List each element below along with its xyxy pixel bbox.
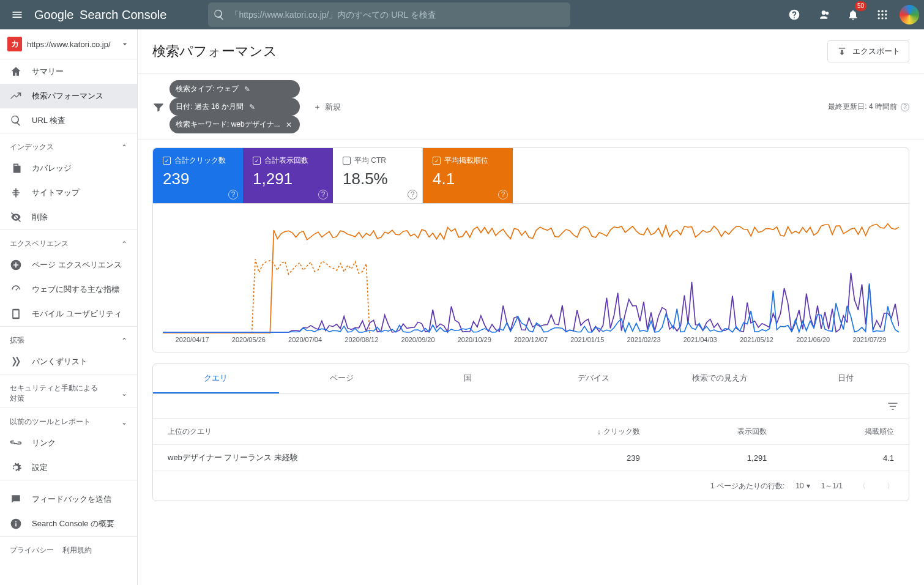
section-legacy[interactable]: 以前のツールとレポート⌄ <box>0 408 137 431</box>
x-tick: 2021/04/03 <box>672 336 728 343</box>
svg-point-3 <box>878 13 880 15</box>
sidebar-item[interactable]: Search Console の概要 <box>0 512 137 536</box>
x-tick: 2021/05/12 <box>728 336 784 343</box>
edit-icon[interactable]: ✎ <box>242 84 252 94</box>
sidebar-item[interactable]: サイトマップ <box>0 181 137 205</box>
remove-icon <box>10 211 22 223</box>
add-filter-button[interactable]: ＋新規 <box>308 98 346 116</box>
filter-chip[interactable]: 検索タイプ: ウェブ✎ <box>170 80 300 98</box>
people-icon[interactable] <box>811 2 836 27</box>
sidebar-item-label: 削除 <box>32 212 48 223</box>
url-inspect-input[interactable] <box>225 10 565 20</box>
export-button[interactable]: エクスポート <box>827 40 909 62</box>
dimension-tab[interactable]: ページ <box>279 364 405 393</box>
section-experience-label: エクスペリエンス <box>10 239 69 249</box>
performance-chart[interactable] <box>163 211 899 333</box>
next-page-button[interactable]: 〉 <box>882 477 899 494</box>
metric-checkbox[interactable] <box>343 157 351 165</box>
gear-icon <box>10 461 22 474</box>
metric-checkbox[interactable] <box>253 157 261 165</box>
privacy-link[interactable]: プライバシー <box>10 545 54 556</box>
sidebar-item[interactable]: サマリー <box>0 59 137 84</box>
dimension-tab[interactable]: 国 <box>405 364 531 393</box>
section-index[interactable]: インデックス⌃ <box>0 133 137 156</box>
svg-point-1 <box>881 10 883 12</box>
apps-grid-icon[interactable] <box>870 2 895 27</box>
dimension-card: クエリページ国デバイス検索での見え方日付 上位のクエリ ↓クリック数 表示回数 … <box>152 363 909 501</box>
export-label: エクスポート <box>852 46 900 57</box>
metric-card[interactable]: 合計クリック数239? <box>153 148 243 203</box>
sidebar-item[interactable]: リンク <box>0 431 137 455</box>
account-avatar[interactable] <box>900 5 919 24</box>
trend-icon <box>10 90 22 102</box>
section-security[interactable]: セキュリティと手動による対策⌄ <box>0 374 137 408</box>
edit-icon[interactable]: ✎ <box>247 102 257 112</box>
search-icon <box>10 114 22 127</box>
chevron-up-icon: ⌃ <box>121 337 127 345</box>
table-pager: 1 ページあたりの行数: 10▾ 1～1/1 〈 〉 <box>153 471 909 501</box>
url-inspect-searchbar[interactable] <box>208 2 570 27</box>
table-filter-icon[interactable] <box>887 400 899 412</box>
section-extensions-label: 拡張 <box>10 335 24 346</box>
app-header: Google Search Console 50 <box>0 0 924 29</box>
sidebar-item[interactable]: ウェブに関する主な指標 <box>0 277 137 302</box>
terms-link[interactable]: 利用規約 <box>62 545 92 556</box>
property-selector[interactable]: カ https://www.katori.co.jp/ <box>0 29 137 59</box>
filter-chip[interactable]: 検索キーワード: webデザイナ...✕ <box>170 116 300 133</box>
rows-per-page-label: 1 ページあたりの行数: <box>710 481 784 491</box>
help-icon[interactable]: ? <box>318 190 328 199</box>
help-icon[interactable] <box>782 2 807 27</box>
sidebar-item[interactable]: 設定 <box>0 455 137 480</box>
sidebar-item-label: URL 検査 <box>32 115 65 126</box>
sidebar-item[interactable]: URL 検査 <box>0 108 137 133</box>
download-icon <box>836 46 848 57</box>
sidebar-item[interactable]: パンくずリスト <box>0 349 137 374</box>
metric-card[interactable]: 平均掲載順位4.1? <box>423 148 513 203</box>
sidebar-item[interactable]: カバレッジ <box>0 156 137 181</box>
dimension-tab[interactable]: デバイス <box>531 364 657 393</box>
sidebar-item[interactable]: フィードバックを送信 <box>0 487 137 512</box>
dimension-tab[interactable]: 日付 <box>783 364 909 393</box>
table-row[interactable]: webデザイナー フリーランス 未経験2391,2914.1 <box>153 445 909 471</box>
x-tick: 2020/12/07 <box>502 336 559 343</box>
col-query[interactable]: 上位のクエリ <box>153 419 499 445</box>
metric-value: 4.1 <box>433 170 503 188</box>
x-tick: 2020/05/26 <box>220 336 277 343</box>
notif-badge: 50 <box>855 1 866 11</box>
metric-label: 平均 CTR <box>354 155 386 166</box>
notifications-icon[interactable]: 50 <box>841 2 865 27</box>
filter-chip[interactable]: 日付: 過去 16 か月間✎ <box>170 98 300 116</box>
svg-point-2 <box>885 10 887 12</box>
section-extensions[interactable]: 拡張⌃ <box>0 326 137 349</box>
help-icon[interactable]: ? <box>228 190 238 199</box>
prev-page-button[interactable]: 〈 <box>854 477 871 494</box>
col-position[interactable]: 掲載順位 <box>781 419 909 445</box>
metric-checkbox[interactable] <box>163 157 171 165</box>
filter-icon[interactable] <box>152 101 165 113</box>
close-icon[interactable]: ✕ <box>284 120 294 130</box>
help-icon[interactable]: ? <box>498 190 508 199</box>
help-icon[interactable]: ? <box>408 190 417 199</box>
metric-card[interactable]: 合計表示回数1,291? <box>243 148 333 203</box>
metric-checkbox[interactable] <box>433 157 441 165</box>
breadcrumb-icon <box>10 356 22 368</box>
sidebar-item[interactable]: ページ エクスペリエンス <box>0 253 137 277</box>
x-tick: 2020/04/17 <box>164 336 220 343</box>
dimension-tab[interactable]: クエリ <box>153 364 279 393</box>
dimension-tab[interactable]: 検索での見え方 <box>657 364 783 393</box>
svg-point-4 <box>881 13 883 15</box>
sidebar-item[interactable]: 削除 <box>0 205 137 229</box>
hamburger-icon[interactable] <box>5 2 29 27</box>
col-clicks[interactable]: ↓クリック数 <box>499 419 655 445</box>
section-experience[interactable]: エクスペリエンス⌃ <box>0 229 137 253</box>
sitemap-icon <box>10 187 22 199</box>
x-tick: 2020/09/20 <box>390 336 446 343</box>
svg-point-6 <box>878 17 880 19</box>
sidebar-item[interactable]: モバイル ユーザビリティ <box>0 302 137 326</box>
property-favicon: カ <box>7 37 22 51</box>
sidebar-item[interactable]: 検索パフォーマンス <box>0 84 137 108</box>
metric-card[interactable]: 平均 CTR18.5%? <box>333 148 423 203</box>
help-icon[interactable]: ? <box>901 103 909 111</box>
col-impressions[interactable]: 表示回数 <box>655 419 782 445</box>
rows-per-page-select[interactable]: 10▾ <box>795 482 810 490</box>
